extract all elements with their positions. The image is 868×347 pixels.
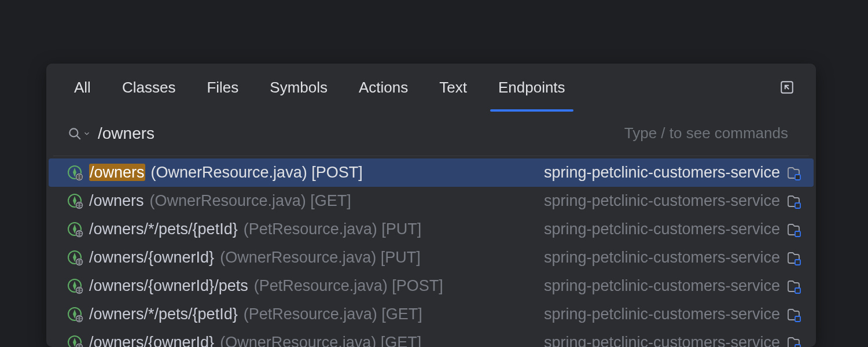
module-icon bbox=[785, 334, 802, 348]
result-meta: (OwnerResource.java) [GET] bbox=[150, 192, 351, 210]
tab-bar: AllClassesFilesSymbolsActionsTextEndpoin… bbox=[46, 64, 816, 111]
endpoint-icon bbox=[67, 222, 83, 238]
result-label: /owners/{ownerId}(OwnerResource.java) [G… bbox=[89, 334, 544, 347]
result-row[interactable]: /owners/{ownerId}(OwnerResource.java) [P… bbox=[49, 243, 814, 272]
result-location: spring-petclinic-customers-service bbox=[544, 277, 802, 295]
svg-point-1 bbox=[69, 128, 78, 136]
search-row: Type / to see commands bbox=[53, 111, 809, 156]
result-row[interactable]: /owners/*/pets/{petId}(PetResource.java)… bbox=[49, 300, 814, 328]
tab-text[interactable]: Text bbox=[439, 64, 467, 111]
result-label: /owners/*/pets/{petId}(PetResource.java)… bbox=[89, 305, 544, 323]
result-row[interactable]: /owners/*/pets/{petId}(PetResource.java)… bbox=[49, 215, 814, 243]
result-location: spring-petclinic-customers-service bbox=[544, 249, 802, 267]
endpoint-icon bbox=[67, 165, 83, 181]
endpoint-path: /owners/{ownerId} bbox=[89, 334, 214, 347]
result-meta: (OwnerResource.java) [GET] bbox=[220, 334, 421, 347]
endpoint-path: /owners/{ownerId} bbox=[89, 249, 214, 267]
tab-all[interactable]: All bbox=[74, 64, 91, 111]
result-label: /owners/{ownerId}(OwnerResource.java) [P… bbox=[89, 249, 544, 267]
result-meta: (PetResource.java) [PUT] bbox=[244, 220, 422, 238]
result-label: /owners(OwnerResource.java) [POST] bbox=[89, 164, 544, 182]
tab-actions[interactable]: Actions bbox=[359, 64, 408, 111]
endpoint-icon bbox=[67, 250, 83, 266]
svg-line-2 bbox=[77, 135, 80, 139]
result-row[interactable]: /owners(OwnerResource.java) [POST]spring… bbox=[49, 158, 814, 187]
result-label: /owners/{ownerId}/pets(PetResource.java)… bbox=[89, 277, 544, 295]
result-row[interactable]: /owners/{ownerId}/pets(PetResource.java)… bbox=[49, 272, 814, 300]
module-icon bbox=[785, 164, 802, 182]
module-icon bbox=[785, 193, 802, 210]
result-row[interactable]: /owners/{ownerId}(OwnerResource.java) [G… bbox=[49, 328, 814, 347]
result-location: spring-petclinic-customers-service bbox=[544, 192, 802, 210]
match-highlight: /owners bbox=[89, 164, 145, 181]
endpoint-path: /owners bbox=[89, 164, 145, 182]
result-label: /owners/*/pets/{petId}(PetResource.java)… bbox=[89, 220, 544, 238]
search-everywhere-popup: AllClassesFilesSymbolsActionsTextEndpoin… bbox=[46, 64, 816, 347]
endpoint-icon bbox=[67, 278, 83, 294]
result-location: spring-petclinic-customers-service bbox=[544, 334, 802, 347]
results-list: /owners(OwnerResource.java) [POST]spring… bbox=[46, 156, 816, 347]
module-icon bbox=[785, 221, 802, 238]
tab-endpoints[interactable]: Endpoints bbox=[498, 64, 565, 111]
endpoint-path: /owners/*/pets/{petId} bbox=[89, 305, 238, 323]
result-meta: (PetResource.java) [GET] bbox=[244, 305, 422, 323]
module-icon bbox=[785, 306, 802, 323]
result-row[interactable]: /owners(OwnerResource.java) [GET]spring-… bbox=[49, 187, 814, 215]
endpoint-icon bbox=[67, 193, 83, 209]
result-label: /owners(OwnerResource.java) [GET] bbox=[89, 192, 544, 210]
module-icon bbox=[785, 278, 802, 295]
search-icon bbox=[67, 126, 91, 141]
endpoint-icon bbox=[67, 335, 83, 348]
module-icon bbox=[785, 249, 802, 267]
tab-symbols[interactable]: Symbols bbox=[270, 64, 328, 111]
endpoint-path: /owners/*/pets/{petId} bbox=[89, 220, 238, 238]
search-input[interactable] bbox=[98, 124, 624, 143]
result-location: spring-petclinic-customers-service bbox=[544, 164, 802, 182]
tab-classes[interactable]: Classes bbox=[122, 64, 175, 111]
result-meta: (OwnerResource.java) [POST] bbox=[151, 164, 363, 182]
endpoint-icon bbox=[67, 307, 83, 323]
result-meta: (OwnerResource.java) [PUT] bbox=[220, 249, 421, 267]
endpoint-path: /owners bbox=[89, 192, 144, 210]
result-location: spring-petclinic-customers-service bbox=[544, 220, 802, 238]
result-location: spring-petclinic-customers-service bbox=[544, 305, 802, 323]
open-in-tool-window-button[interactable] bbox=[779, 79, 795, 95]
endpoint-path: /owners/{ownerId}/pets bbox=[89, 277, 248, 295]
open-in-window-icon bbox=[779, 80, 795, 95]
result-meta: (PetResource.java) [POST] bbox=[254, 277, 443, 295]
search-hint: Type / to see commands bbox=[624, 124, 788, 142]
chevron-down-icon bbox=[83, 130, 91, 138]
tab-files[interactable]: Files bbox=[207, 64, 238, 111]
